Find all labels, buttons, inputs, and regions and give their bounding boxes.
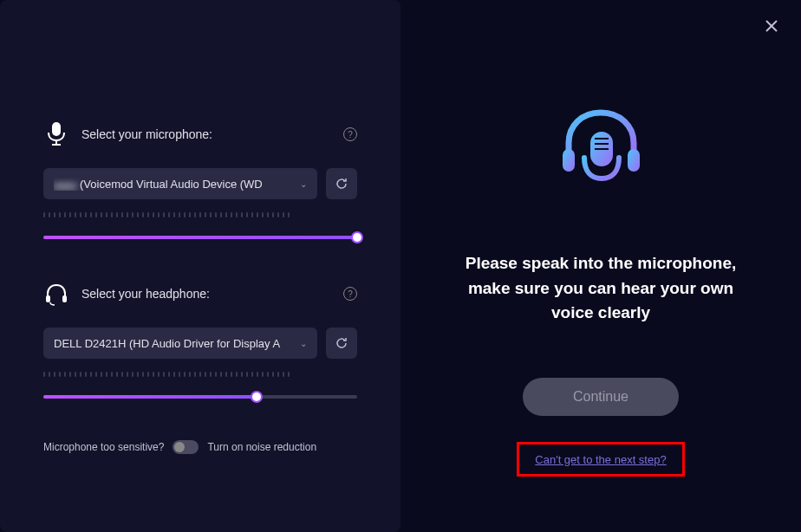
headphone-level-meter bbox=[43, 371, 357, 378]
headphone-header: Select your headphone: ? bbox=[43, 281, 357, 307]
chevron-down-icon: ⌄ bbox=[300, 179, 307, 189]
svg-rect-7 bbox=[563, 149, 575, 172]
headphone-device-row: DELL D2421H (HD Audio Driver for Display… bbox=[43, 328, 357, 359]
help-icon[interactable]: ? bbox=[343, 287, 357, 301]
chevron-down-icon: ⌄ bbox=[300, 339, 307, 348]
continue-label: Continue bbox=[573, 389, 628, 405]
instruction-text: Please speak into the microphone, make s… bbox=[462, 251, 739, 326]
continue-button[interactable]: Continue bbox=[523, 378, 679, 416]
refresh-icon bbox=[335, 177, 348, 191]
noise-reduction-toggle[interactable] bbox=[173, 440, 199, 454]
headphone-label: Select your headphone: bbox=[81, 287, 343, 301]
svg-rect-0 bbox=[52, 122, 61, 136]
svg-rect-8 bbox=[628, 149, 640, 172]
next-step-help-link[interactable]: Can't get to the next step? bbox=[535, 453, 666, 466]
mic-slider-fill bbox=[43, 236, 357, 239]
mic-label: Select your microphone: bbox=[81, 127, 343, 141]
close-icon bbox=[765, 20, 778, 32]
headphone-icon bbox=[43, 281, 69, 307]
headphone-volume-slider[interactable] bbox=[43, 395, 357, 399]
settings-panel: Select your microphone: ? ▬▬(Voicemod Vi… bbox=[0, 0, 400, 532]
mic-slider-thumb[interactable] bbox=[351, 231, 363, 243]
hero-mic-headphone-icon bbox=[543, 95, 660, 212]
mic-device-name: (Voicemod Virtual Audio Device (WD bbox=[80, 178, 263, 191]
help-link-highlight: Can't get to the next step? bbox=[517, 442, 684, 477]
toggle-thumb bbox=[174, 442, 185, 452]
headphone-section: Select your headphone: ? DELL D2421H (HD… bbox=[43, 281, 357, 399]
headphone-slider-thumb[interactable] bbox=[251, 391, 263, 403]
mic-device-blurred: ▬▬ bbox=[54, 178, 76, 191]
mic-level-meter bbox=[43, 211, 357, 218]
mic-device-select[interactable]: ▬▬(Voicemod Virtual Audio Device (WD ⌄ bbox=[43, 168, 317, 199]
help-icon[interactable]: ? bbox=[343, 127, 357, 141]
mic-refresh-button[interactable] bbox=[326, 168, 357, 199]
mic-header: Select your microphone: ? bbox=[43, 121, 357, 147]
svg-rect-4 bbox=[62, 295, 67, 302]
noise-reduction-row: Microphone too sensitive? Turn on noise … bbox=[43, 440, 357, 454]
microphone-icon bbox=[43, 121, 69, 147]
noise-question: Microphone too sensitive? bbox=[43, 441, 164, 453]
svg-rect-3 bbox=[46, 295, 50, 302]
headphone-device-name: DELL D2421H (HD Audio Driver for Display… bbox=[54, 337, 295, 350]
mic-volume-slider[interactable] bbox=[43, 236, 357, 239]
headphone-refresh-button[interactable] bbox=[326, 328, 357, 359]
close-button[interactable] bbox=[761, 16, 782, 36]
refresh-icon bbox=[335, 336, 348, 350]
mic-device-row: ▬▬(Voicemod Virtual Audio Device (WD ⌄ bbox=[43, 168, 357, 199]
instruction-panel: Please speak into the microphone, make s… bbox=[400, 0, 801, 532]
headphone-device-select[interactable]: DELL D2421H (HD Audio Driver for Display… bbox=[43, 328, 317, 359]
headphone-slider-fill bbox=[43, 395, 257, 399]
mic-section: Select your microphone: ? ▬▬(Voicemod Vi… bbox=[43, 121, 357, 239]
noise-action: Turn on noise reduction bbox=[207, 441, 316, 453]
